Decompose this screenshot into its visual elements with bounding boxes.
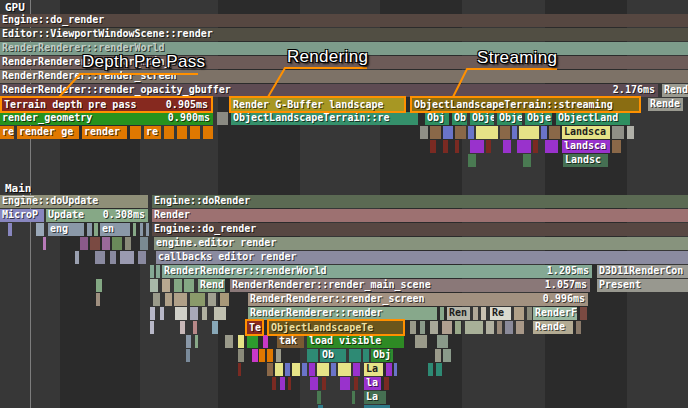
flame-bar[interactable]	[302, 363, 307, 376]
bar-d3d11rendercon[interactable]: D3D11RenderCon	[597, 265, 688, 278]
flame-bar[interactable]	[503, 140, 511, 153]
bar-terrain-depth-pre-pass[interactable]: Terrain depth pre pass0.905ms	[0, 96, 213, 113]
flame-bar[interactable]	[174, 279, 182, 292]
flame-bar[interactable]	[349, 349, 361, 362]
flame-bar[interactable]	[102, 237, 110, 250]
bar-la[interactable]: la	[364, 377, 381, 390]
flame-bar[interactable]	[340, 377, 350, 390]
flame-bar[interactable]	[153, 293, 160, 306]
flame-bar[interactable]	[354, 377, 358, 390]
bar-callbacks-editor-render[interactable]: callbacks editor render	[156, 251, 688, 264]
flame-bar[interactable]	[292, 363, 300, 376]
flame-bar[interactable]	[517, 140, 531, 153]
bar-renderf[interactable]: RenderF	[533, 307, 577, 320]
flame-bar[interactable]	[428, 363, 433, 376]
flame-bar[interactable]	[533, 140, 538, 153]
flame-bar[interactable]	[238, 363, 241, 376]
flame-bar[interactable]	[352, 391, 355, 404]
flame-bar[interactable]	[353, 363, 360, 376]
flame-bar[interactable]	[322, 377, 326, 390]
bar-engine-do-render[interactable]: Engine::do_render	[152, 223, 688, 236]
bar-objectlandscapete[interactable]: ObjectLandscapeTe	[267, 319, 405, 336]
flame-bar[interactable]	[317, 391, 321, 404]
flame-bar[interactable]	[190, 126, 200, 139]
flame-bar[interactable]	[468, 154, 476, 167]
flame-bar[interactable]	[514, 307, 524, 320]
flame-bar[interactable]	[214, 307, 226, 320]
flame-bar[interactable]	[110, 251, 116, 264]
flame-bar[interactable]	[331, 363, 336, 376]
bar-renderrenderer-renderworld[interactable]: RenderRenderer::renderWorld1.205ms	[162, 265, 592, 278]
bar-render-geometry[interactable]: render_geometry0.900ms	[0, 112, 213, 125]
flame-bar[interactable]	[435, 349, 441, 362]
flame-bar[interactable]	[436, 363, 442, 376]
flame-bar[interactable]	[549, 126, 560, 139]
flame-bar[interactable]	[186, 349, 190, 362]
flame-bar[interactable]	[468, 126, 474, 139]
flame-bar[interactable]	[420, 321, 425, 334]
bar-en[interactable]: en	[100, 223, 130, 236]
bar-obj[interactable]: Obj	[371, 349, 393, 362]
flame-bar[interactable]	[394, 363, 397, 376]
flame-bar[interactable]	[212, 321, 218, 334]
flame-bar[interactable]	[523, 154, 531, 167]
bar-te[interactable]: Te	[245, 319, 264, 336]
flame-bar[interactable]	[363, 349, 369, 362]
bar-la[interactable]: La	[364, 391, 386, 404]
flame-bar[interactable]	[310, 377, 318, 390]
flame-bar[interactable]	[150, 307, 155, 320]
flame-bar[interactable]	[175, 307, 187, 320]
flame-bar[interactable]	[96, 293, 100, 306]
flame-bar[interactable]	[476, 126, 498, 139]
flame-bar[interactable]	[612, 140, 621, 153]
flame-bar[interactable]	[440, 307, 444, 320]
flame-bar[interactable]	[288, 377, 291, 390]
flame-bar[interactable]	[545, 140, 558, 153]
bar-re[interactable]: Re	[490, 307, 511, 320]
flame-bar[interactable]	[497, 321, 502, 334]
flame-bar[interactable]	[486, 321, 494, 334]
flame-bar[interactable]	[437, 335, 448, 348]
flame-bar[interactable]	[443, 126, 453, 139]
flame-bar[interactable]	[455, 126, 466, 139]
flame-bar[interactable]	[203, 126, 213, 139]
flame-bar[interactable]	[190, 307, 198, 320]
flame-bar[interactable]	[193, 321, 197, 334]
flame-bar[interactable]	[112, 237, 122, 250]
flame-bar[interactable]	[627, 126, 634, 139]
bar-objectlandscapeterrain-streaming[interactable]: ObjectLandscapeTerrain::streaming	[410, 96, 641, 113]
bar-rende[interactable]: Rende	[533, 321, 573, 334]
flame-bar[interactable]	[307, 349, 318, 362]
flame-bar[interactable]	[162, 279, 170, 292]
flame-bar[interactable]	[238, 349, 244, 362]
flame-bar[interactable]	[8, 223, 12, 236]
bar-engine-dorender[interactable]: Engine::doRender	[152, 195, 688, 208]
flame-bar[interactable]	[541, 126, 547, 139]
flame-bar[interactable]	[455, 321, 461, 334]
flame-bar[interactable]	[338, 363, 351, 376]
flame-bar[interactable]	[267, 349, 273, 362]
bar-render[interactable]: Render	[662, 84, 688, 97]
bar-ob[interactable]: Ob	[452, 112, 467, 125]
flame-bar[interactable]	[527, 307, 532, 320]
flame-bar[interactable]	[420, 126, 428, 139]
flame-bar[interactable]	[164, 126, 174, 139]
bar-engine-do-render[interactable]: Engine::do_render	[0, 14, 688, 27]
flame-bar[interactable]	[415, 335, 427, 348]
flame-bar[interactable]	[252, 349, 258, 362]
bar-objectlandscapeterrain-re[interactable]: ObjectLandscapeTerrain::re	[231, 112, 418, 125]
flame-bar[interactable]	[80, 237, 88, 250]
flame-bar[interactable]	[140, 237, 148, 250]
flame-bar[interactable]	[272, 377, 276, 390]
bar-load-visible[interactable]: load visible	[307, 335, 404, 348]
bar-renderrenderer-render-screen[interactable]: RenderRenderer::render_screen0.996ms	[248, 293, 588, 306]
bar-la[interactable]: La	[364, 363, 383, 376]
bar-obje[interactable]: Obje	[470, 112, 494, 125]
bar-re[interactable]: re	[144, 126, 161, 139]
flame-bar[interactable]	[500, 126, 510, 139]
flame-bar[interactable]	[267, 363, 273, 376]
bar-render-g-buffer-landscape[interactable]: Render G-Buffer landscape	[229, 96, 406, 113]
flame-bar[interactable]	[280, 377, 285, 390]
flame-bar[interactable]	[473, 307, 478, 320]
bar-present[interactable]: Present	[597, 279, 688, 292]
